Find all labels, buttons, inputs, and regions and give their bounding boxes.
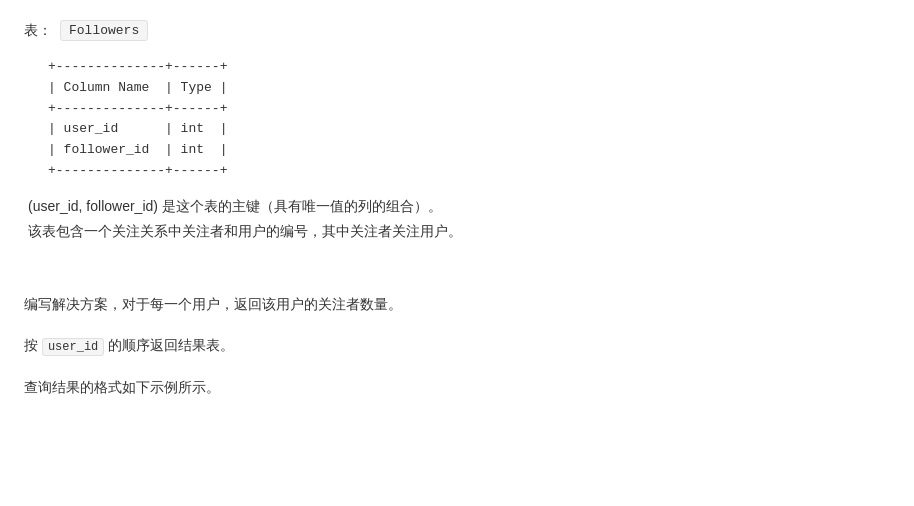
task-line3: 查询结果的格式如下示例所示。 [24, 375, 890, 400]
task-line3-block: 查询结果的格式如下示例所示。 [24, 375, 890, 400]
task-line1: 编写解决方案，对于每一个用户，返回该用户的关注者数量。 [24, 292, 890, 317]
task-line2-block: 按 user_id 的顺序返回结果表。 [24, 333, 890, 359]
description-line1: (user_id, follower_id) 是这个表的主键（具有唯一值的列的组… [28, 194, 890, 219]
task-line2-prefix: 按 [24, 337, 42, 353]
task-line2: 按 user_id 的顺序返回结果表。 [24, 333, 890, 359]
description-line2: 该表包含一个关注关系中关注者和用户的编号，其中关注者关注用户。 [28, 219, 890, 244]
table-label: 表： [24, 22, 52, 40]
task-line1-block: 编写解决方案，对于每一个用户，返回该用户的关注者数量。 [24, 292, 890, 317]
schema-pre: +--------------+------+ | Column Name | … [48, 57, 890, 182]
task-line2-suffix: 的顺序返回结果表。 [104, 337, 234, 353]
schema-block: +--------------+------+ | Column Name | … [48, 57, 890, 182]
table-label-row: 表： Followers [24, 20, 890, 41]
description-block: (user_id, follower_id) 是这个表的主键（具有唯一值的列的组… [28, 194, 890, 244]
task-line2-code: user_id [42, 338, 104, 356]
table-name-badge: Followers [60, 20, 148, 41]
